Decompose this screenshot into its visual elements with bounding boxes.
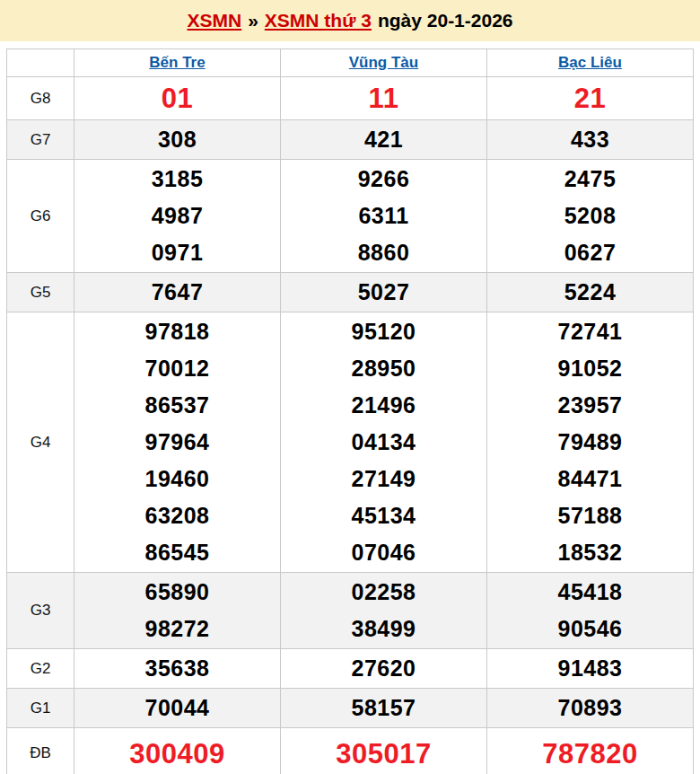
prize-cell: 95120289502149604134271494513407046 <box>281 312 487 573</box>
prize-cell: 72741910522395779489844715718818532 <box>487 312 694 573</box>
prize-cell: 70044 <box>74 689 281 728</box>
prize-cell: 433 <box>487 120 694 160</box>
prize-cell: 787820 <box>487 728 694 774</box>
table-row: G2356382762091483 <box>7 649 694 689</box>
prize-number: 27620 <box>281 650 486 687</box>
prize-cell: 58157 <box>281 689 487 728</box>
prize-number: 45134 <box>281 497 486 534</box>
prize-cell: 421 <box>281 120 487 160</box>
prize-cell: 0225838499 <box>281 573 487 649</box>
prize-number: 86537 <box>74 387 280 424</box>
prize-number: 70012 <box>74 350 280 387</box>
prize-cell: 97818700128653797964194606320886545 <box>74 312 281 573</box>
prize-row-label: G7 <box>7 120 74 160</box>
prize-number: 98272 <box>74 611 280 647</box>
prize-cell: 21 <box>487 77 694 120</box>
prize-number: 6311 <box>281 198 486 234</box>
prize-number: 3185 <box>74 161 280 198</box>
prize-number: 7647 <box>74 274 280 311</box>
page-header: XSMN » XSMN thứ 3 ngày 20-1-2026 <box>0 0 700 41</box>
prize-cell: 91483 <box>487 649 694 689</box>
prize-number: 70893 <box>487 690 693 726</box>
prize-row-label: G8 <box>7 77 74 120</box>
prize-number: 01 <box>74 80 280 117</box>
prize-number: 63208 <box>74 497 280 534</box>
prize-cell: 305017 <box>281 728 487 774</box>
table-row: G1700445815770893 <box>7 689 694 728</box>
prize-number: 97818 <box>74 313 280 350</box>
prize-row-label: G1 <box>7 689 74 728</box>
prize-cell: 300409 <box>74 728 281 774</box>
table-row: G5764750275224 <box>7 273 694 312</box>
prize-number: 27149 <box>281 461 486 497</box>
prize-number: 84471 <box>487 461 693 497</box>
prize-number: 5027 <box>281 274 486 311</box>
prize-number: 308 <box>74 121 280 158</box>
prize-number: 57188 <box>487 497 693 534</box>
prize-cell: 6589098272 <box>74 573 281 649</box>
breadcrumb-separator: » <box>248 10 258 31</box>
prize-cell: 318549870971 <box>74 160 281 273</box>
prize-number: 90546 <box>487 611 693 647</box>
prize-cell: 247552080627 <box>487 160 694 273</box>
prize-number: 07046 <box>281 534 486 571</box>
prize-number: 5208 <box>487 198 693 234</box>
table-row: G3658909827202258384994541890546 <box>7 573 694 649</box>
table-row: G8011121 <box>7 77 694 120</box>
prize-number: 787820 <box>487 735 693 772</box>
prize-number: 5224 <box>487 274 693 311</box>
prize-number: 91483 <box>487 650 693 687</box>
prize-number: 95120 <box>281 313 486 350</box>
prize-number: 45418 <box>487 574 693 611</box>
xsmn-breadcrumb-link[interactable]: XSMN <box>187 10 241 31</box>
prize-cell: 35638 <box>74 649 281 689</box>
prize-cell: 5027 <box>281 273 487 312</box>
prize-cell: 27620 <box>281 649 487 689</box>
province-link[interactable]: Bến Tre <box>149 54 205 71</box>
prize-number: 421 <box>281 121 486 158</box>
prize-number: 305017 <box>281 735 486 772</box>
prize-number: 38499 <box>281 611 486 647</box>
prize-number: 9266 <box>281 161 486 198</box>
prize-number: 4987 <box>74 198 280 234</box>
prize-number: 65890 <box>74 574 280 611</box>
table-row: G6318549870971926663118860247552080627 <box>7 160 694 273</box>
province-header-cell: Vũng Tàu <box>281 49 487 77</box>
draw-date-text: ngày 20-1-2026 <box>378 10 513 31</box>
prize-number: 28950 <box>281 350 486 387</box>
prize-number: 23957 <box>487 387 693 424</box>
table-row: G7308421433 <box>7 120 694 160</box>
prize-row-label: ĐB <box>7 728 74 774</box>
prize-number: 21496 <box>281 387 486 424</box>
prize-number: 04134 <box>281 424 486 461</box>
prize-row-label: G6 <box>7 160 74 273</box>
prize-number: 72741 <box>487 313 693 350</box>
prize-cell: 70893 <box>487 689 694 728</box>
corner-cell <box>7 49 74 77</box>
prize-number: 18532 <box>487 534 693 571</box>
table-row: ĐB300409305017787820 <box>7 728 694 774</box>
prize-number: 433 <box>487 121 693 158</box>
xsmn-day-link[interactable]: XSMN thứ 3 <box>265 10 372 31</box>
prize-number: 70044 <box>74 690 280 726</box>
prize-number: 8860 <box>281 234 486 271</box>
table-row: G497818700128653797964194606320886545951… <box>7 312 694 573</box>
prize-row-label: G5 <box>7 273 74 312</box>
province-link[interactable]: Vũng Tàu <box>349 54 418 71</box>
prize-number: 58157 <box>281 690 486 726</box>
prize-number: 21 <box>487 80 693 117</box>
province-link[interactable]: Bạc Liêu <box>558 54 622 71</box>
prize-number: 19460 <box>74 461 280 497</box>
prize-number: 2475 <box>487 161 693 198</box>
prize-cell: 7647 <box>74 273 281 312</box>
prize-cell: 5224 <box>487 273 694 312</box>
prize-number: 86545 <box>74 534 280 571</box>
prize-row-label: G3 <box>7 573 74 649</box>
lottery-results-table: Bến TreVũng TàuBạc Liêu G8011121G7308421… <box>6 48 694 774</box>
prize-row-label: G2 <box>7 649 74 689</box>
prize-cell: 11 <box>281 77 487 120</box>
province-header-cell: Bạc Liêu <box>487 49 694 77</box>
prize-number: 0627 <box>487 234 693 271</box>
prize-number: 02258 <box>281 574 486 611</box>
prize-number: 300409 <box>74 735 280 772</box>
